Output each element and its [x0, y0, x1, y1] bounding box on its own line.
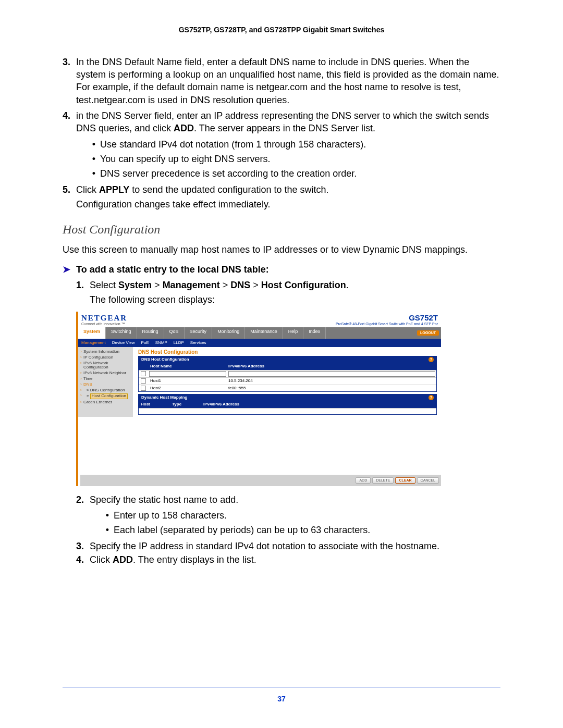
bullet-row: •Each label (separated by periods) can b…	[101, 524, 500, 536]
checkbox[interactable]	[141, 371, 146, 376]
bullet-icon: •	[101, 524, 114, 536]
cell-addr: fe80::555	[226, 385, 436, 392]
tab-qos[interactable]: QoS	[164, 327, 185, 339]
step-4-bullets: •Use standard IPv4 dot notation (from 1 …	[88, 138, 500, 180]
step-5-text: Click APPLY to send the updated configur…	[76, 183, 500, 196]
netgear-tagline: Connect with Innovation ™	[81, 322, 127, 326]
step-5-cont: Configuration changes take effect immedi…	[76, 198, 500, 211]
model-subtitle: ProSafe® 48-Port Gigabit Smart Switc wit…	[336, 322, 438, 326]
page-number: 37	[0, 694, 563, 704]
step-4-text: in the DNS Server field, enter an IP add…	[76, 109, 500, 135]
col-host2: Host	[139, 401, 170, 408]
arrow-icon: ➤	[63, 263, 76, 276]
substep-2-num: 2.	[76, 493, 90, 506]
bullet-icon: •	[101, 509, 114, 522]
step-4-add: ADD	[174, 123, 194, 133]
tab-security[interactable]: Security	[185, 327, 213, 339]
step-3: 3. In the DNS Default Name field, enter …	[63, 56, 500, 106]
col-address: IPv4/IPv6 Address	[226, 363, 436, 370]
delete-button[interactable]: DELETE	[372, 477, 394, 484]
address-input[interactable]	[228, 371, 435, 377]
substep-4-post: . The entry displays in the list.	[133, 554, 256, 565]
add-button[interactable]: ADD	[356, 477, 371, 484]
substep-1-pre: Select	[90, 280, 118, 290]
side-dnsconfig-label: DNS Configuration	[90, 388, 125, 392]
substep-3-text: Specify the IP address in standard IPv4 …	[90, 540, 500, 552]
tab-help[interactable]: Help	[283, 327, 304, 339]
bullet-icon: •	[88, 153, 100, 165]
bullet-icon: •	[88, 167, 100, 180]
side-hostconfig-label: Host Configuration	[90, 393, 128, 399]
table-row: Host2 fe80::555	[139, 385, 436, 392]
side-ipv6net[interactable]: IPv6 Network Configuration	[80, 361, 131, 371]
help-icon[interactable]: ?	[429, 395, 434, 400]
panel1-grid: Host Name IPv4/IPv6 Address Host1 10.5.2…	[138, 363, 437, 392]
nav-dns: DNS	[230, 280, 250, 290]
substep-4: 4. Click ADD. The entry displays in the …	[76, 553, 500, 566]
clear-button[interactable]: CLEAR	[395, 477, 415, 484]
tab-maintenance[interactable]: Maintenance	[245, 327, 283, 339]
substep-3: 3. Specify the IP address in standard IP…	[76, 540, 500, 552]
tab-routing[interactable]: Routing	[137, 327, 164, 339]
step-5-pre: Click	[76, 184, 99, 195]
step-5: 5. Click APPLY to send the updated confi…	[63, 183, 500, 196]
step-4-num: 4.	[63, 109, 76, 135]
cell-addr: 10.5.234.204	[226, 378, 436, 385]
checkbox[interactable]	[141, 386, 146, 391]
bullet-row: •Use standard IPv4 dot notation (from 1 …	[88, 138, 500, 151]
checkbox[interactable]	[141, 378, 146, 384]
side-dnsconfig[interactable]: » DNS Configuration	[80, 388, 131, 393]
col-addr2: IPv4/IPv6 Address	[201, 401, 436, 408]
subtab-services[interactable]: Services	[190, 341, 206, 346]
step-5-apply: APPLY	[99, 184, 129, 195]
panel1-title-text: DNS Host Configuration	[141, 357, 189, 362]
doc-header: GS752TP, GS728TP, and GS728TPP Gigabit S…	[63, 25, 500, 35]
panel1-header-row: Host Name IPv4/IPv6 Address	[139, 363, 436, 370]
help-icon[interactable]: ?	[429, 357, 434, 362]
sidebar: System Information IP Configuration IPv6…	[78, 347, 133, 417]
tab-switching[interactable]: Switching	[106, 327, 137, 339]
subtab-snmp[interactable]: SNMP	[155, 341, 167, 346]
substep-4-add: ADD	[113, 554, 133, 565]
section-intro: Use this screen to manually map host nam…	[63, 243, 500, 256]
col-hostname: Host Name	[148, 363, 226, 370]
nav-management: Management	[163, 280, 220, 290]
side-time[interactable]: Time	[80, 376, 131, 382]
side-dns[interactable]: DNS	[80, 382, 131, 388]
main-panel: DNS Host Configuration DNS Host Configur…	[133, 347, 441, 417]
logout-button[interactable]: LOGOUT	[417, 330, 439, 336]
substep-4-num: 4.	[76, 553, 90, 566]
panel2-grid: Host Type IPv4/IPv6 Address	[138, 401, 437, 415]
bullet-icon: •	[88, 138, 100, 151]
bullet-text: Use standard IPv4 dot notation (from 1 t…	[100, 138, 500, 151]
side-greeneth[interactable]: Green Ethernet	[80, 400, 131, 405]
substep-1-num: 1.	[76, 279, 90, 291]
subtab-lldp[interactable]: LLDP	[174, 341, 184, 346]
subtab-management[interactable]: Management	[81, 341, 106, 346]
bullet-row: •Enter up to 158 characters.	[101, 509, 500, 522]
footer-rule	[63, 687, 500, 687]
tab-system[interactable]: System	[78, 327, 106, 339]
step-5-num: 5.	[63, 183, 76, 196]
bullet-row: •You can specify up to eight DNS servers…	[88, 153, 500, 165]
cell-host: Host1	[148, 378, 226, 385]
side-systeminfo[interactable]: System Information	[80, 349, 131, 355]
subtab-deviceview[interactable]: Device View	[112, 341, 135, 346]
subtab-poe[interactable]: PoE	[141, 341, 149, 346]
bullet-row: •DNS server precedence is set according …	[88, 167, 500, 180]
cancel-button[interactable]: CANCEL	[417, 477, 439, 484]
panel2-title-text: Dynamic Host Mapping	[141, 396, 187, 400]
nav-hostconfig: Host Configuration	[261, 280, 346, 290]
side-hostconfig[interactable]: » Host Configuration	[80, 393, 131, 400]
tab-monitoring[interactable]: Monitoring	[212, 327, 245, 339]
substep-2-text: Specify the static host name to add.	[90, 493, 500, 506]
panel2-title: Dynamic Host Mapping?	[138, 394, 437, 401]
tab-index[interactable]: Index	[303, 327, 326, 339]
substep-4-pre: Click	[90, 554, 113, 565]
side-ipv6neigh[interactable]: IPv6 Network Neighbor	[80, 371, 131, 376]
substep-1-text: Select System > Management > DNS > Host …	[90, 279, 500, 291]
table-row	[139, 408, 436, 414]
step-3-text: In the DNS Default Name field, enter a d…	[76, 56, 500, 106]
hostname-input[interactable]	[149, 371, 226, 377]
side-ipconfig[interactable]: IP Configuration	[80, 355, 131, 361]
